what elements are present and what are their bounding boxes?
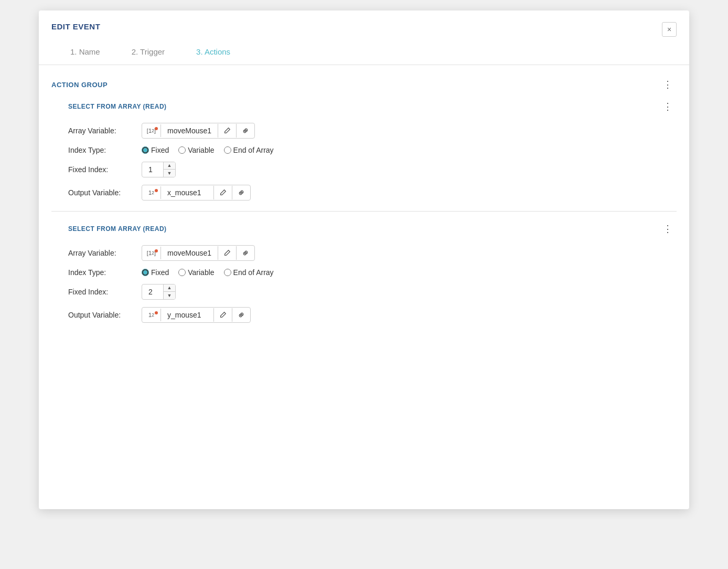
index-type-label-2: Index Type:: [68, 268, 136, 277]
radio-variable-2[interactable]: Variable: [178, 268, 214, 277]
output-var-edit-btn-1[interactable]: [213, 186, 232, 199]
section-1-array-variable-row: Array Variable: [12] moveMouse1: [68, 123, 677, 139]
output-variable-input-2: 12 y_mouse1: [142, 307, 251, 323]
edit-event-modal: EDIT EVENT × 1. Name 2. Trigger 3. Actio…: [39, 10, 689, 509]
array-variable-input-2: [12] moveMouse1: [142, 245, 255, 261]
output-variable-label-1: Output Variable:: [68, 188, 136, 197]
section-1-fixed-index-row: Fixed Index: 1 ▲ ▼: [68, 162, 677, 177]
output-var-dot-2: [155, 311, 158, 314]
array-var-dot-1: [155, 127, 158, 130]
section-2-more-button[interactable]: ⋮: [659, 222, 677, 236]
index-type-radio-group-1: Fixed Variable End of Array: [142, 146, 274, 154]
section-2-header: SELECT FROM ARRAY (READ) ⋮: [68, 222, 677, 236]
output-var-edit-btn-2[interactable]: [213, 308, 232, 322]
array-variable-label-1: Array Variable:: [68, 127, 136, 135]
step-name[interactable]: 1. Name: [70, 47, 100, 56]
section-2-index-type-row: Index Type: Fixed Variable End of Array: [68, 268, 677, 277]
radio-end-of-array-1[interactable]: End of Array: [224, 146, 274, 154]
step-trigger[interactable]: 2. Trigger: [132, 47, 165, 56]
radio-variable-1[interactable]: Variable: [178, 146, 214, 154]
output-var-link-btn-2[interactable]: [232, 308, 250, 322]
section-1: SELECT FROM ARRAY (READ) ⋮ Array Variabl…: [68, 100, 677, 201]
output-variable-label-2: Output Variable:: [68, 311, 136, 319]
output-var-link-btn-1[interactable]: [232, 186, 250, 199]
array-var-link-btn-2[interactable]: [236, 246, 254, 260]
modal-title: EDIT EVENT: [51, 22, 100, 31]
step-actions[interactable]: 3. Actions: [196, 47, 230, 56]
array-var-edit-btn-2[interactable]: [218, 246, 236, 260]
action-group-header: ACTION GROUP ⋮: [51, 78, 677, 100]
array-var-edit-btn-1[interactable]: [218, 124, 236, 138]
output-variable-input-1: 12 x_mouse1: [142, 185, 251, 201]
section-2: SELECT FROM ARRAY (READ) ⋮ Array Variabl…: [68, 222, 677, 323]
modal-body: ACTION GROUP ⋮ SELECT FROM ARRAY (READ) …: [39, 65, 689, 343]
fixed-index-value-1: 1: [142, 163, 163, 176]
array-var-icon-1: [12]: [142, 124, 161, 137]
action-group-more-button[interactable]: ⋮: [659, 78, 677, 91]
fixed-index-label-2: Fixed Index:: [68, 288, 136, 296]
array-var-icon-2: [12]: [142, 247, 161, 259]
spin-up-1[interactable]: ▲: [164, 162, 175, 170]
output-var-value-1: x_mouse1: [161, 185, 213, 200]
output-var-icon-1: 12: [142, 186, 161, 199]
array-var-value-2: moveMouse1: [161, 246, 218, 260]
output-var-dot-1: [155, 189, 158, 192]
spin-down-2[interactable]: ▼: [164, 292, 175, 299]
array-variable-input-1: [12] moveMouse1: [142, 123, 255, 139]
section-1-more-button[interactable]: ⋮: [659, 100, 677, 113]
fixed-index-spinners-2: ▲ ▼: [163, 284, 175, 299]
radio-fixed-2[interactable]: Fixed: [142, 268, 169, 277]
steps-nav: 1. Name 2. Trigger 3. Actions: [39, 37, 689, 65]
spin-up-2[interactable]: ▲: [164, 284, 175, 292]
section-1-output-variable-row: Output Variable: 12 x_mouse1: [68, 185, 677, 201]
index-type-label-1: Index Type:: [68, 146, 136, 154]
spin-down-1[interactable]: ▼: [164, 170, 175, 177]
section-2-title: SELECT FROM ARRAY (READ): [68, 225, 167, 233]
array-var-value-1: moveMouse1: [161, 123, 218, 138]
fixed-index-value-2: 2: [142, 285, 163, 299]
output-var-value-2: y_mouse1: [161, 308, 213, 322]
fixed-index-input-1: 1 ▲ ▼: [142, 162, 176, 177]
array-var-dot-2: [155, 249, 158, 252]
radio-end-of-array-2[interactable]: End of Array: [224, 268, 274, 277]
section-1-title: SELECT FROM ARRAY (READ): [68, 103, 167, 110]
fixed-index-spinners-1: ▲ ▼: [163, 162, 175, 177]
radio-fixed-1[interactable]: Fixed: [142, 146, 169, 154]
section-divider: [51, 211, 677, 212]
section-1-header: SELECT FROM ARRAY (READ) ⋮: [68, 100, 677, 113]
fixed-index-label-1: Fixed Index:: [68, 165, 136, 174]
action-group-title: ACTION GROUP: [51, 81, 108, 89]
close-button[interactable]: ×: [662, 22, 677, 37]
index-type-radio-group-2: Fixed Variable End of Array: [142, 268, 274, 277]
fixed-index-input-2: 2 ▲ ▼: [142, 284, 176, 300]
section-1-index-type-row: Index Type: Fixed Variable End of Array: [68, 146, 677, 154]
modal-header: EDIT EVENT ×: [39, 10, 689, 37]
output-var-icon-2: 12: [142, 309, 161, 321]
section-2-array-variable-row: Array Variable: [12] moveMouse1: [68, 245, 677, 261]
array-var-link-btn-1[interactable]: [236, 124, 254, 138]
array-variable-label-2: Array Variable:: [68, 249, 136, 257]
section-2-fixed-index-row: Fixed Index: 2 ▲ ▼: [68, 284, 677, 300]
section-2-output-variable-row: Output Variable: 12 y_mouse1: [68, 307, 677, 323]
